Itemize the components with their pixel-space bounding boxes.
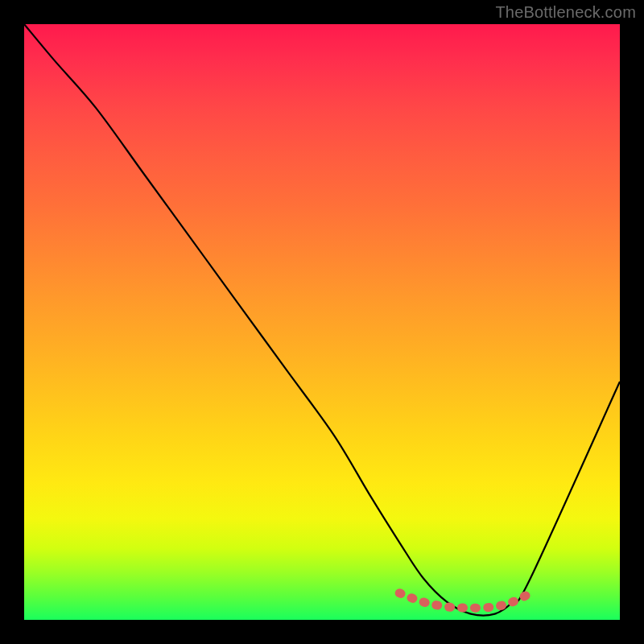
- watermark-text: TheBottleneck.com: [495, 3, 636, 22]
- highlight-band: [399, 593, 530, 609]
- curve-layer: [24, 24, 620, 620]
- bottleneck-curve: [24, 24, 620, 615]
- gradient-plot-area: [24, 24, 620, 620]
- chart-frame: TheBottleneck.com: [0, 0, 644, 644]
